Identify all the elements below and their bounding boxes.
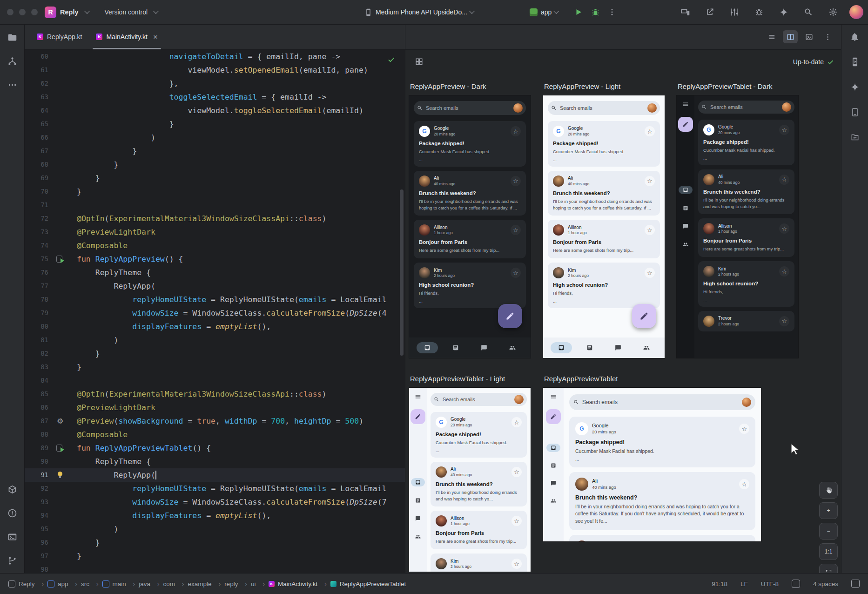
email-card[interactable]: Ali 40 mins ago ☆ Brunch this weekend? I… (698, 169, 794, 215)
close-tab-icon[interactable]: × (153, 33, 158, 41)
favorite-star-icon[interactable]: ☆ (645, 176, 655, 186)
favorite-star-icon[interactable]: ☆ (511, 225, 521, 235)
search-bar[interactable]: Search emails (431, 393, 527, 406)
email-card[interactable]: Allison 1 hour ago ☆ Bonjour from Paris … (431, 511, 527, 549)
code-line[interactable]: 96 } (24, 536, 405, 549)
breadcrumb-item[interactable]: com › (163, 580, 188, 587)
email-card[interactable]: Google 20 mins ago ☆ Package shipped! Cu… (698, 120, 794, 165)
favorite-star-icon[interactable]: ☆ (779, 125, 789, 135)
user-avatar[interactable] (849, 5, 863, 19)
run-button[interactable] (570, 4, 587, 20)
run-gutter-icon[interactable] (55, 252, 69, 266)
zoom-in-button[interactable]: + (819, 502, 838, 519)
favorite-star-icon[interactable]: ☆ (511, 516, 522, 526)
profile-avatar[interactable] (782, 102, 791, 112)
project-folder-icon[interactable] (7, 32, 18, 43)
gemini-icon[interactable] (849, 81, 861, 93)
compose-fab[interactable] (498, 304, 522, 328)
favorite-star-icon[interactable]: ☆ (511, 268, 521, 278)
nav-inbox-icon[interactable] (679, 186, 693, 194)
code-line[interactable]: 67 } (24, 144, 405, 158)
favorite-star-icon[interactable]: ☆ (779, 266, 789, 277)
breadcrumb-item[interactable]: ReplyAppPreviewTablet › (330, 580, 406, 587)
device-mirror-button[interactable] (677, 4, 693, 20)
menu-icon[interactable] (415, 393, 421, 400)
editor-widget-icon[interactable] (792, 580, 800, 588)
code-line[interactable]: 73@PreviewLightDark (24, 225, 405, 239)
device-selector[interactable]: Medium Phone API UpsideDo... (376, 8, 467, 16)
preview-frame[interactable]: Search emails Google 20 mins ago ☆ Packa… (409, 388, 531, 572)
problems-icon[interactable] (7, 507, 18, 519)
share-button[interactable] (701, 4, 718, 20)
favorite-star-icon[interactable]: ☆ (511, 176, 521, 186)
code-line[interactable]: 80 displayFeatures = emptyList(), (24, 320, 405, 333)
preview-title[interactable]: ReplyAppPreviewTablet - Light (410, 375, 531, 383)
nav-inbox-icon[interactable] (551, 342, 572, 353)
code-line[interactable]: 92 replyHomeUIState = ReplyHomeUIState(e… (24, 482, 405, 495)
code-line[interactable]: 89fun ReplyAppPreviewTablet() { (24, 441, 405, 455)
code-line[interactable]: 60 navigateToDetail = { emailId, pane -> (24, 50, 405, 63)
email-card[interactable]: Kim 2 hours ago ☆ High school reunion? H… (548, 263, 660, 308)
lock-icon[interactable] (851, 580, 860, 588)
profile-avatar[interactable] (647, 103, 657, 113)
code-line[interactable]: 61 viewModel.setOpenedEmail(emailId, pan… (24, 63, 405, 77)
favorite-star-icon[interactable]: ☆ (645, 268, 655, 278)
code-line[interactable]: 82 } (24, 347, 405, 360)
code-line[interactable]: 72@OptIn(ExperimentalMaterial3WindowSize… (24, 212, 405, 225)
breadcrumb-item[interactable]: ui › (251, 580, 269, 587)
search-icon[interactable] (800, 4, 817, 20)
debug-button[interactable] (587, 4, 604, 20)
build-variants-button[interactable] (726, 4, 743, 20)
favorite-star-icon[interactable]: ☆ (511, 559, 522, 569)
favorite-star-icon[interactable]: ☆ (779, 223, 789, 234)
profile-avatar[interactable] (514, 395, 524, 404)
email-card[interactable]: Ali 40 mins ago ☆ Brunch this weekend? I… (569, 472, 755, 530)
gemini-button[interactable] (775, 4, 792, 20)
email-card[interactable]: Kim 2 hours ago ☆ High school reunion? H… (698, 261, 794, 307)
zoom-out-button[interactable]: − (819, 523, 838, 540)
file-encoding[interactable]: UTF-8 (761, 580, 779, 587)
nav-articles-icon[interactable] (579, 342, 600, 353)
version-control-icon[interactable] (7, 555, 18, 566)
code-line[interactable]: 98 (24, 563, 405, 574)
nav-articles-icon[interactable] (445, 342, 466, 353)
nav-articles-icon[interactable] (546, 461, 560, 470)
run-config-selector[interactable]: app (541, 8, 552, 16)
code-line[interactable]: 97} (24, 549, 405, 563)
notifications-bell-icon[interactable] (849, 31, 861, 42)
nav-chat-icon[interactable] (607, 342, 629, 353)
breadcrumb-item[interactable]: main › (102, 580, 139, 587)
code-line[interactable]: 69 } (24, 171, 405, 185)
nav-inbox-icon[interactable] (411, 478, 425, 486)
code-line[interactable]: 78 replyHomeUIState = ReplyHomeUIState(e… (24, 293, 405, 306)
search-bar[interactable]: Search emails (569, 394, 755, 410)
nav-people-icon[interactable] (636, 342, 657, 353)
preview-title[interactable]: ReplyAppPreviewTablet - Dark (678, 82, 798, 91)
indent-setting[interactable]: 4 spaces (813, 580, 838, 587)
email-card[interactable]: Google 20 mins ago ☆ Package shipped! Cu… (548, 121, 660, 167)
favorite-star-icon[interactable]: ☆ (511, 126, 521, 136)
email-card[interactable]: Trevor 2 hours ago ☆ (698, 311, 794, 331)
preview-title[interactable]: ReplyAppPreview - Dark (410, 82, 531, 91)
code-line[interactable]: 68 } (24, 158, 405, 171)
email-card[interactable]: Allison 1 hour ago ☆ Bonjour from Paris … (569, 535, 755, 541)
code-line[interactable]: 70} (24, 185, 405, 198)
email-card[interactable]: Allison 1 hour ago ☆ Bonjour from Paris … (698, 218, 794, 257)
search-bar[interactable]: Search emails (698, 101, 794, 114)
compose-fab[interactable] (410, 409, 425, 424)
email-card[interactable]: Ali 40 mins ago ☆ Brunch this weekend? I… (431, 462, 527, 507)
nav-chat-icon[interactable] (546, 479, 560, 487)
line-separator[interactable]: LF (740, 580, 748, 587)
email-card[interactable]: Kim 2 hours ago ☆ High school reunion? H… (414, 263, 526, 308)
breadcrumb-item[interactable]: example › (188, 580, 225, 587)
code-line[interactable]: 75fun ReplyAppPreview() { (24, 252, 405, 266)
code-line[interactable]: 74@Composable (24, 239, 405, 252)
zoom-window-icon[interactable] (31, 9, 38, 15)
terminal-icon[interactable] (7, 531, 18, 542)
code-line[interactable]: 63 toggleSelectedEmail = { emailId -> (24, 90, 405, 104)
editor-scrollbar[interactable] (400, 189, 404, 356)
structure-icon[interactable] (7, 55, 18, 67)
search-bar[interactable]: Search emails (414, 101, 526, 115)
code-line[interactable]: 71 (24, 198, 405, 212)
breadcrumb-item[interactable]: src › (81, 580, 102, 587)
